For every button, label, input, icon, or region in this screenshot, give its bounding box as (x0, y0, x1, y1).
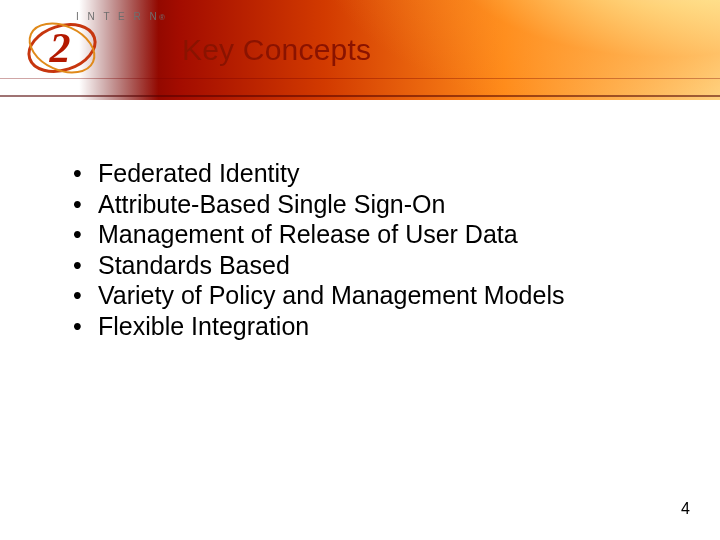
list-item: Attribute-Based Single Sign-On (70, 189, 670, 220)
bullet-text: Federated Identity (98, 159, 300, 187)
svg-text:I N T E R N E T: I N T E R N E T (76, 11, 166, 22)
slide-header: 2 I N T E R N E T ® Key Concepts (0, 0, 720, 100)
slide-body: Federated Identity Attribute-Based Singl… (70, 158, 670, 341)
list-item: Variety of Policy and Management Models (70, 280, 670, 311)
slide-title: Key Concepts (182, 33, 371, 67)
list-item: Standards Based (70, 250, 670, 281)
bullet-text: Standards Based (98, 251, 290, 279)
bullet-text: Flexible Integration (98, 312, 309, 340)
list-item: Federated Identity (70, 158, 670, 189)
svg-text:2: 2 (49, 25, 71, 71)
list-item: Management of Release of User Data (70, 219, 670, 250)
bullet-text: Variety of Policy and Management Models (98, 281, 564, 309)
bullet-text: Attribute-Based Single Sign-On (98, 190, 445, 218)
header-underline (0, 95, 720, 97)
svg-text:®: ® (159, 13, 165, 22)
list-item: Flexible Integration (70, 311, 670, 342)
internet2-logo: 2 I N T E R N E T ® (16, 4, 166, 84)
bullet-list: Federated Identity Attribute-Based Singl… (70, 158, 670, 341)
page-number: 4 (681, 500, 690, 518)
bullet-text: Management of Release of User Data (98, 220, 518, 248)
